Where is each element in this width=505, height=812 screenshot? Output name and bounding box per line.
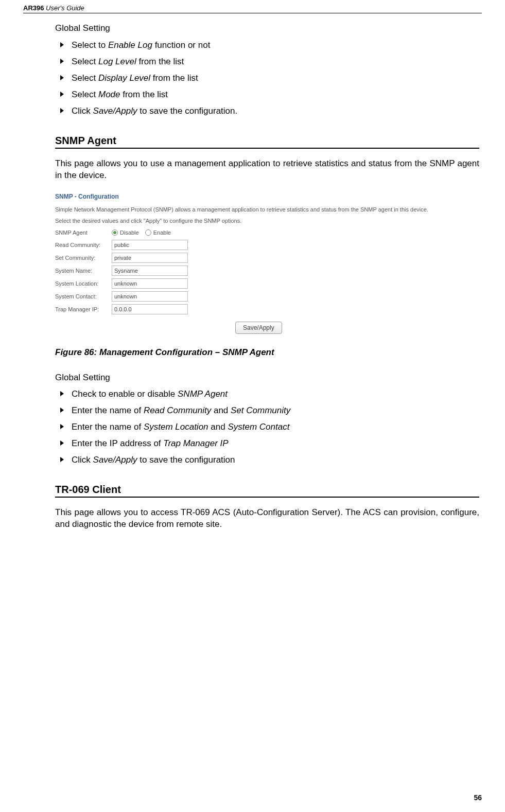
page-number: 56: [474, 793, 482, 802]
snmp-config-desc2: Select the desired values and click "App…: [55, 217, 479, 225]
save-apply-button[interactable]: Save/Apply: [235, 322, 282, 334]
product-name: AR396: [23, 4, 44, 12]
read-community-input[interactable]: [112, 240, 188, 250]
trap-manager-ip-label: Trap Manager IP:: [55, 306, 112, 312]
list-item: Enter the IP address of Trap Manager IP: [60, 438, 479, 450]
set-community-input[interactable]: [112, 253, 188, 263]
list-item: Enter the name of System Location and Sy…: [60, 421, 479, 433]
tr069-intro-paragraph: This page allows you to access TR-069 AC…: [55, 507, 479, 531]
bullet-list-2: Check to enable or disable SNMP Agent En…: [60, 389, 479, 466]
list-item: Select Log Level from the list: [60, 56, 479, 68]
snmp-enable-radio[interactable]: [145, 230, 151, 236]
bullet-list-1: Select to Enable Log function or not Sel…: [60, 40, 479, 117]
list-item: Check to enable or disable SNMP Agent: [60, 389, 479, 400]
list-item: Click Save/Apply to save the configurati…: [60, 105, 479, 117]
list-item: Select Display Level from the list: [60, 73, 479, 84]
global-setting-label-2: Global Setting: [55, 372, 479, 384]
snmp-config-title: SNMP - Configuration: [55, 193, 479, 200]
snmp-intro-paragraph: This page allows you to use a management…: [55, 158, 479, 182]
page-header: AR396 User's Guide: [23, 0, 482, 13]
snmp-agent-heading: SNMP Agent: [55, 135, 479, 148]
system-location-label: System Location:: [55, 280, 112, 287]
figure-86-caption: Figure 86: Management Configuration – SN…: [55, 347, 479, 358]
system-contact-input[interactable]: [112, 291, 188, 302]
system-contact-label: System Contact:: [55, 293, 112, 299]
section-heading-wrap: TR-069 Client: [55, 484, 479, 498]
system-name-input[interactable]: [112, 266, 188, 276]
list-item: Enter the name of Read Community and Set…: [60, 405, 479, 417]
snmp-config-figure: SNMP - Configuration Simple Network Mana…: [55, 189, 479, 338]
tr069-heading: TR-069 Client: [55, 484, 479, 497]
global-setting-label-1: Global Setting: [55, 23, 479, 34]
snmp-agent-label: SNMP Agent: [55, 230, 112, 236]
read-community-label: Read Community:: [55, 242, 112, 248]
set-community-label: Set Community:: [55, 255, 112, 261]
snmp-config-desc1: Simple Network Management Protocol (SNMP…: [55, 205, 479, 214]
snmp-disable-label: Disable: [120, 230, 139, 236]
system-name-label: System Name:: [55, 268, 112, 274]
header-subtitle: User's Guide: [46, 4, 84, 12]
list-item: Click Save/Apply to save the configurati…: [60, 454, 479, 466]
system-location-input[interactable]: [112, 278, 188, 289]
snmp-disable-radio[interactable]: [112, 230, 118, 236]
trap-manager-ip-input[interactable]: [112, 304, 188, 314]
snmp-enable-label: Enable: [153, 230, 171, 236]
list-item: Select Mode from the list: [60, 89, 479, 101]
section-heading-wrap: SNMP Agent: [55, 135, 479, 149]
list-item: Select to Enable Log function or not: [60, 40, 479, 51]
